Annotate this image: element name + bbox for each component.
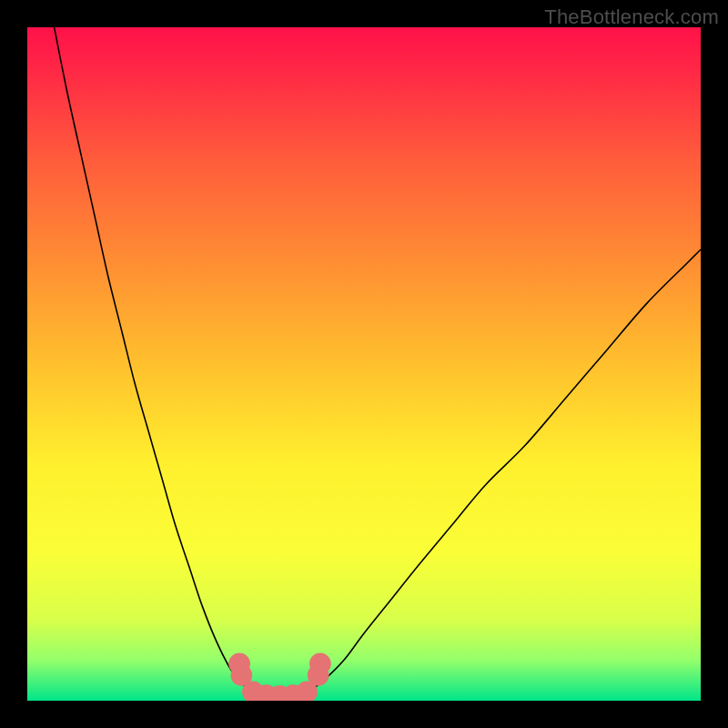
bottleneck-chart	[27, 27, 701, 701]
marker-dot	[309, 652, 331, 674]
gradient-background	[27, 27, 701, 701]
chart-frame: TheBottleneck.com	[0, 0, 728, 728]
attribution-text: TheBottleneck.com	[544, 5, 719, 29]
